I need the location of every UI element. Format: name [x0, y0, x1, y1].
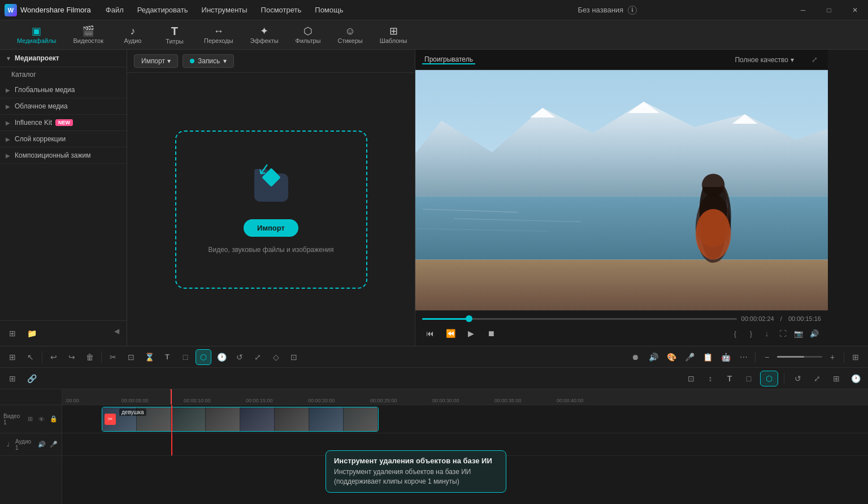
tab-titles[interactable]: T Титры	[154, 22, 195, 48]
tab-transitions-label: Переходы	[204, 37, 233, 44]
tab-media[interactable]: ▣ Медиафайлы	[9, 23, 64, 47]
sidebar-global-media[interactable]: ▶ Глобальные медиа	[0, 82, 127, 98]
audio-volume-icon[interactable]: 🔊	[37, 440, 46, 450]
tl-redo-button[interactable]: ↪	[64, 349, 80, 365]
sidebar-correction-layer[interactable]: ▶ Слой коррекции	[0, 131, 127, 147]
add-to-timeline-icon[interactable]: ↓	[760, 327, 774, 340]
sidebar-composition[interactable]: ▶ Композиционный зажим	[0, 147, 127, 164]
sidebar-catalog[interactable]: Каталог	[0, 67, 127, 82]
record-button[interactable]: Запись ▾	[183, 54, 234, 68]
import-dropdown-button[interactable]: Импорт ▾	[134, 54, 178, 68]
tl2-ai-remove-icon[interactable]: ⬡	[760, 371, 778, 386]
tl-clip-btn[interactable]: 📋	[700, 349, 715, 365]
tl2-motion-icon[interactable]: ↕	[702, 371, 718, 386]
video-frame	[415, 70, 828, 310]
new-folder-button[interactable]: ⊞	[5, 325, 20, 341]
tl-add-track-button[interactable]: ⊞	[5, 349, 20, 365]
thumb-8	[344, 407, 378, 431]
tab-transitions[interactable]: ↔ Переходы	[196, 23, 241, 47]
tl-zoom-out-btn[interactable]: −	[759, 349, 775, 365]
drop-icon: ↙	[249, 165, 294, 210]
tl2-mask-icon[interactable]: □	[741, 371, 757, 386]
volume-icon[interactable]: 🔊	[808, 327, 821, 340]
drop-zone[interactable]: ↙ Импорт Видео, звуковые файлы и изображ…	[175, 131, 367, 289]
tl2-clock-icon[interactable]: 🕐	[848, 371, 863, 386]
tl-box-button[interactable]: □	[177, 349, 193, 365]
tl-more-btn[interactable]: ⋯	[736, 349, 752, 365]
tl2-crop-icon[interactable]: ⊡	[683, 371, 699, 386]
collapse-button[interactable]: ◀	[111, 325, 122, 337]
expand-preview-icon[interactable]: ⤢	[808, 53, 821, 67]
quality-select[interactable]: Полное качество ▾	[735, 56, 794, 64]
sidebar-header[interactable]: ▼ Медиапроект	[0, 50, 127, 67]
tab-player[interactable]: Проигрыватель	[422, 55, 475, 64]
audio-mute-icon[interactable]: 🎤	[49, 440, 58, 450]
tl-mask-button[interactable]: ◇	[268, 349, 284, 365]
tl-loop-button[interactable]: ↺	[232, 349, 248, 365]
tl-text-button[interactable]: T	[159, 349, 175, 365]
tl-ai-remove-button[interactable]: ⬡	[196, 349, 211, 365]
tab-templates[interactable]: ⊞ Шаблоны	[372, 23, 415, 47]
tl-copy-button[interactable]: ⊡	[286, 349, 302, 365]
tl-audio-btn[interactable]: 🔊	[645, 349, 661, 365]
tl-select-button[interactable]: ↖	[23, 349, 38, 365]
menu-edit[interactable]: Редактировать	[132, 3, 194, 16]
tl2-link-btn[interactable]: ⊞	[5, 371, 20, 386]
menu-tools[interactable]: Инструменты	[196, 3, 253, 16]
tab-filters[interactable]: ⬡ Фильтры	[288, 23, 329, 47]
close-button[interactable]: ✕	[842, 0, 868, 20]
mark-in-icon[interactable]: {	[728, 327, 742, 340]
tab-stickers[interactable]: ☺ Стикеры	[329, 23, 370, 47]
menu-view[interactable]: Посмотреть	[255, 3, 307, 16]
info-icon[interactable]: ℹ	[628, 6, 637, 15]
fullscreen-icon[interactable]: ⛶	[776, 327, 789, 340]
tl-zoom-in-btn[interactable]: +	[824, 349, 840, 365]
mark-out-icon[interactable]: }	[744, 327, 758, 340]
menu-help[interactable]: Помощь	[309, 3, 349, 16]
tl-clock-button[interactable]: 🕐	[214, 349, 229, 365]
frame-back-button[interactable]: ⏪	[442, 325, 458, 341]
zoom-slider[interactable]	[777, 356, 822, 358]
tl-grid-btn[interactable]: ⊞	[848, 349, 863, 365]
video-eye-icon[interactable]: 👁	[37, 414, 47, 424]
minimize-button[interactable]: ─	[790, 0, 816, 20]
folder-button[interactable]: 📁	[24, 325, 40, 341]
video-clip[interactable]: ✂ девушка	[102, 407, 379, 432]
project-title: Без названия	[578, 6, 623, 14]
tl2-magnet-btn[interactable]: 🔗	[24, 371, 40, 386]
maximize-button[interactable]: □	[816, 0, 842, 20]
playhead[interactable]	[171, 389, 172, 405]
progress-thumb[interactable]	[466, 315, 472, 322]
stop-button[interactable]: ⏹	[483, 325, 499, 341]
video-add-icon[interactable]: ⊞	[25, 414, 35, 424]
tab-audio[interactable]: ♪ Аудио	[112, 23, 153, 47]
tl-expand-button[interactable]: ⤢	[250, 349, 266, 365]
tl-speed-button[interactable]: ⌛	[141, 349, 157, 365]
tl-mic-btn[interactable]: 🎤	[682, 349, 697, 365]
tl-cut-button[interactable]: ✂	[105, 349, 121, 365]
video-lock-icon[interactable]: 🔒	[49, 414, 58, 424]
timeline-ruler[interactable]: :00:00 00:00:05:00 00:00:10:00 00:00:15:…	[62, 389, 868, 405]
menu-file[interactable]: Файл	[100, 3, 129, 16]
progress-track[interactable]	[422, 318, 737, 320]
snapshot-icon[interactable]: 📷	[792, 327, 805, 340]
tl-color-btn[interactable]: 🎨	[663, 349, 679, 365]
sidebar-influence-kit[interactable]: ▶ Influence Kit NEW	[0, 115, 127, 131]
import-media-button[interactable]: Импорт	[244, 219, 298, 237]
tl-ai-btn2[interactable]: 🤖	[718, 349, 734, 365]
tl2-preview-icon[interactable]: ⊞	[828, 371, 844, 386]
audio-playhead-line	[171, 433, 172, 455]
tl-undo-button[interactable]: ↩	[46, 349, 62, 365]
tab-videostock[interactable]: 🎬 Видеосток	[65, 23, 111, 47]
tl-delete-button[interactable]: 🗑	[82, 349, 98, 365]
tl-crop-button[interactable]: ⊡	[123, 349, 139, 365]
sidebar-cloud-media[interactable]: ▶ Облачное медиа	[0, 98, 127, 115]
tl2-expand-icon[interactable]: ⤢	[809, 371, 825, 386]
import-label: Импорт	[141, 57, 165, 65]
tab-effects[interactable]: ✦ Эффекты	[242, 23, 287, 47]
skip-back-button[interactable]: ⏮	[422, 325, 438, 341]
play-button[interactable]: ▶	[463, 325, 479, 341]
tl2-loop-icon[interactable]: ↺	[790, 371, 806, 386]
tl-record-btn[interactable]: ⏺	[627, 349, 643, 365]
tl2-text-icon[interactable]: T	[722, 371, 737, 386]
